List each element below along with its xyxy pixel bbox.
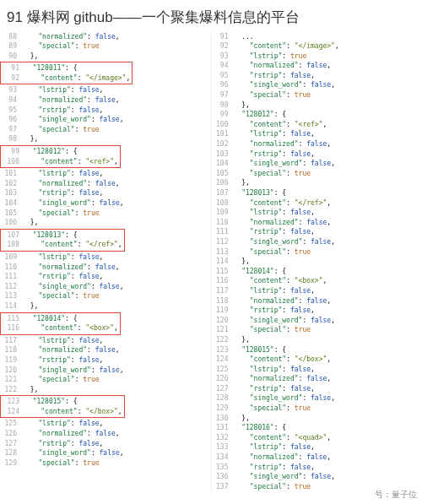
code-line: 102 "normalized": false,: [0, 179, 211, 189]
code-line: 107 "128013": {: [3, 230, 122, 241]
page-title: 91 爆料网 github——一个聚集爆料信息的平台: [0, 0, 422, 32]
code-line: 115 "128014": {: [3, 314, 118, 324]
code-line: 93 "lstrip": true: [212, 51, 423, 62]
code-line: 91 ...: [212, 32, 423, 42]
code-line: 106 },: [0, 218, 211, 228]
code-line: 98 },: [212, 100, 423, 111]
code-line: 98 },: [0, 134, 211, 144]
code-line: 100 "content": "<ref>",: [212, 120, 423, 130]
code-line: 96 "single_word": false,: [0, 115, 211, 125]
code-line: 119 "rstrip": false,: [212, 306, 423, 316]
code-line: 114 },: [0, 301, 211, 312]
code-line: 133 "lstrip": false,: [212, 442, 423, 453]
code-line: 132 "content": "<quad>",: [212, 433, 423, 443]
code-line: 99 "128012": {: [212, 110, 423, 120]
code-line: 116 "content": "<box>",: [212, 276, 423, 286]
code-column-left: 88 "normalized": false,89 "special": tru…: [0, 32, 211, 492]
code-line: 110 "normalized": false,: [212, 218, 423, 228]
code-line: 88 "normalized": false,: [0, 32, 211, 42]
code-line: 101 "lstrip": false,: [0, 169, 211, 179]
code-line: 90 },: [0, 51, 211, 62]
code-line: 99 "128012": {: [3, 147, 118, 157]
code-line: 119 "rstrip": false,: [0, 355, 211, 366]
code-line: 123 "128015": {: [3, 397, 122, 407]
code-line: 91 "128011": {: [3, 63, 130, 73]
code-line: 117 "lstrip": false,: [0, 336, 211, 346]
code-line: 121 "special": true: [0, 375, 211, 385]
code-line: 129 "special": true: [0, 458, 211, 469]
code-line: 105 "special": true: [0, 209, 211, 219]
code-line: 100 "content": "<ref>",: [3, 157, 118, 167]
code-line: 112 "single_word": false,: [0, 282, 211, 292]
code-line: 113 "special": true: [0, 291, 211, 301]
code-line: 108 "content": "</ref>",: [212, 198, 423, 209]
code-line: 120 "single_word": false,: [212, 316, 423, 326]
highlight-box: 91 "128011": {92 "content": "</image>",: [0, 62, 133, 84]
code-line: 93 "lstrip": false,: [0, 85, 211, 95]
code-line: 128 "single_word": false,: [212, 393, 423, 404]
code-line: 117 "lstrip": false,: [212, 286, 423, 296]
code-line: 102 "normalized": false,: [212, 139, 423, 149]
code-line: 118 "normalized": false,: [0, 345, 211, 355]
code-line: 101 "lstrip": false,: [212, 129, 423, 139]
code-line: 111 "rstrip": false,: [212, 227, 423, 237]
code-line: 115 "128014": {: [212, 267, 423, 277]
code-column-right: 91 ...92 "content": "</image>",93 "lstri…: [212, 32, 423, 492]
code-line: 110 "normalized": false,: [0, 263, 211, 273]
code-line: 111 "rstrip": false,: [0, 272, 211, 282]
code-line: 128 "single_word": false,: [0, 448, 211, 458]
code-line: 135 "rstrip": false,: [212, 463, 423, 473]
code-line: 127 "rstrip": false,: [0, 439, 211, 449]
code-line: 94 "normalized": false,: [0, 95, 211, 106]
code-line: 105 "special": true: [212, 169, 423, 179]
code-line: 129 "special": true: [212, 404, 423, 414]
code-line: 114 },: [212, 257, 423, 267]
highlight-box: 123 "128015": {124 "content": "</box>",: [0, 395, 125, 418]
code-line: 113 "special": true: [212, 247, 423, 257]
code-line: 134 "normalized": false,: [212, 453, 423, 463]
code-line: 112 "single_word": false,: [212, 237, 423, 247]
code-line: 125 "lstrip": false,: [0, 419, 211, 429]
code-line: 94 "normalized": false,: [212, 61, 423, 71]
code-line: 136 "single_word": false,: [212, 472, 423, 482]
attribution: 号：量子位: [375, 489, 417, 501]
code-line: 104 "single_word": false,: [212, 159, 423, 169]
code-line: 109 "lstrip": false,: [0, 252, 211, 263]
code-line: 89 "special": true: [0, 41, 211, 51]
code-line: 123 "128015": {: [212, 345, 423, 355]
code-line: 103 "rstrip": false,: [0, 188, 211, 198]
code-line: 109 "lstrip": false,: [212, 208, 423, 218]
code-line: 126 "normalized": false,: [212, 374, 423, 384]
code-line: 118 "normalized": false,: [212, 296, 423, 306]
code-line: 92 "content": "</image>",: [212, 41, 423, 51]
code-line: 124 "content": "</box>",: [212, 355, 423, 365]
code-line: 122 },: [0, 385, 211, 395]
code-line: 116 "content": "<box>",: [3, 323, 118, 333]
code-line: 124 "content": "</box>",: [3, 407, 122, 417]
code-line: 122 },: [212, 335, 423, 345]
highlight-box: 115 "128014": {116 "content": "<box>",: [0, 312, 121, 335]
code-line: 130 },: [212, 414, 423, 424]
code-line: 120 "single_word": false,: [0, 366, 211, 376]
highlight-box: 107 "128013": {108 "content": "</ref>",: [0, 229, 125, 252]
code-line: 125 "lstrip": false,: [212, 365, 423, 375]
code-line: 97 "special": true: [0, 125, 211, 135]
code-line: 97 "special": true: [212, 90, 423, 100]
code-line: 106 },: [212, 178, 423, 188]
code-line: 126 "normalized": false,: [0, 429, 211, 439]
code-line: 95 "rstrip": false,: [0, 106, 211, 116]
highlight-box: 99 "128012": {100 "content": "<ref>",: [0, 145, 121, 168]
code-line: 104 "single_word": false,: [0, 198, 211, 209]
code-line: 121 "special": true: [212, 325, 423, 335]
code-line: 92 "content": "</image>",: [3, 73, 130, 84]
code-line: 107 "128013": {: [212, 188, 423, 198]
code-line: 108 "content": "</ref>",: [3, 240, 122, 250]
code-line: 131 "128016": {: [212, 423, 423, 433]
code-line: 95 "rstrip": false,: [212, 71, 423, 81]
code-line: 127 "rstrip": false,: [212, 384, 423, 394]
code-line: 103 "rstrip": false,: [212, 149, 423, 160]
code-line: 96 "single_word": false,: [212, 80, 423, 90]
